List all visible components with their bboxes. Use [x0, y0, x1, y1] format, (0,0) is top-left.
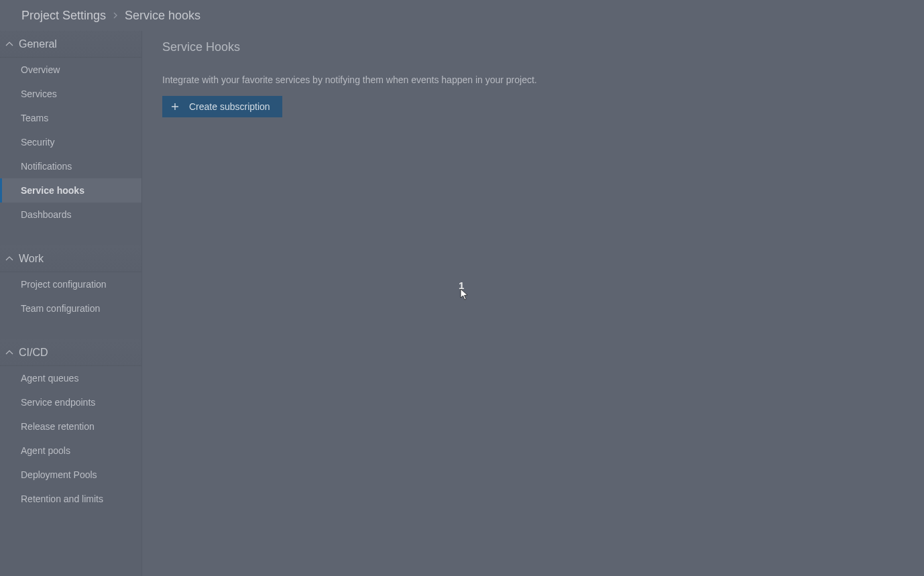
sidebar: General Overview Services Teams Security…: [0, 31, 142, 576]
sidebar-item-label: Teams: [21, 113, 48, 123]
section-title: CI/CD: [19, 347, 48, 359]
breadcrumb: Project Settings Service hooks: [0, 0, 924, 31]
sidebar-item-notifications[interactable]: Notifications: [0, 154, 141, 178]
chevron-up-icon: [4, 253, 15, 264]
sidebar-item-teams[interactable]: Teams: [0, 106, 141, 130]
sidebar-item-service-hooks[interactable]: Service hooks: [0, 178, 141, 203]
breadcrumb-root[interactable]: Project Settings: [21, 9, 106, 23]
section-header-general[interactable]: General: [0, 31, 141, 58]
sidebar-item-project-configuration[interactable]: Project configuration: [0, 272, 141, 296]
chevron-right-icon: [113, 10, 118, 21]
sidebar-item-label: Project configuration: [21, 279, 107, 290]
sidebar-item-label: Security: [21, 137, 55, 148]
create-subscription-button[interactable]: Create subscription: [162, 96, 282, 117]
page-description: Integrate with your favorite services by…: [162, 74, 911, 85]
sidebar-item-overview[interactable]: Overview: [0, 58, 141, 82]
sidebar-item-label: Service hooks: [21, 185, 84, 196]
sidebar-item-label: Release retention: [21, 421, 95, 432]
sidebar-item-services[interactable]: Services: [0, 82, 141, 106]
sidebar-item-service-endpoints[interactable]: Service endpoints: [0, 390, 141, 414]
sidebar-item-label: Agent pools: [21, 445, 70, 456]
sidebar-item-label: Services: [21, 89, 57, 99]
section-header-work[interactable]: Work: [0, 245, 141, 272]
sidebar-item-dashboards[interactable]: Dashboards: [0, 203, 141, 227]
sidebar-item-agent-queues[interactable]: Agent queues: [0, 366, 141, 390]
sidebar-item-label: Team configuration: [21, 303, 100, 314]
sidebar-item-retention-and-limits[interactable]: Retention and limits: [0, 487, 141, 511]
plus-icon: [170, 102, 180, 111]
chevron-up-icon: [4, 39, 15, 50]
section-title: General: [19, 38, 57, 50]
sidebar-item-label: Dashboards: [21, 209, 72, 220]
page-title: Service Hooks: [162, 40, 911, 54]
sidebar-item-label: Agent queues: [21, 373, 78, 384]
sidebar-item-label: Overview: [21, 64, 60, 75]
sidebar-item-label: Retention and limits: [21, 494, 103, 504]
sidebar-item-label: Service endpoints: [21, 397, 95, 408]
sidebar-item-label: Notifications: [21, 161, 72, 172]
breadcrumb-current: Service hooks: [125, 9, 200, 23]
sidebar-item-deployment-pools[interactable]: Deployment Pools: [0, 463, 141, 487]
sidebar-item-security[interactable]: Security: [0, 130, 141, 154]
sidebar-item-release-retention[interactable]: Release retention: [0, 414, 141, 439]
sidebar-item-team-configuration[interactable]: Team configuration: [0, 296, 141, 321]
sidebar-item-label: Deployment Pools: [21, 469, 97, 480]
create-subscription-label: Create subscription: [189, 101, 270, 112]
sidebar-item-agent-pools[interactable]: Agent pools: [0, 439, 141, 463]
chevron-up-icon: [4, 347, 15, 358]
main-content: Service Hooks Integrate with your favori…: [142, 31, 924, 576]
section-title: Work: [19, 253, 44, 265]
section-header-cicd[interactable]: CI/CD: [0, 339, 141, 366]
